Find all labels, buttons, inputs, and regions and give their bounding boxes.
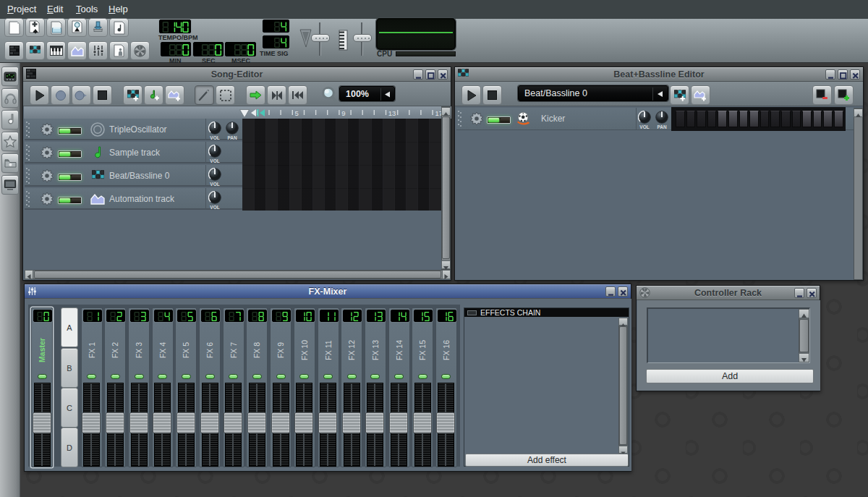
svg-text:9: 9 — [341, 109, 345, 117]
svg-text:5: 5 — [295, 109, 299, 117]
svg-text:13: 13 — [388, 109, 396, 117]
